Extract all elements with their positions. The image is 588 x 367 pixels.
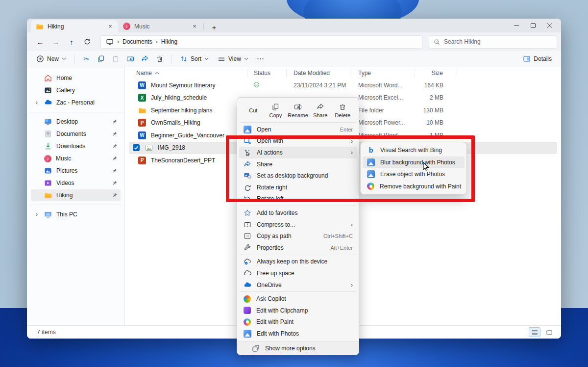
close-button[interactable] bbox=[541, 20, 558, 31]
gallery-icon bbox=[44, 86, 52, 94]
rename-button[interactable]: A bbox=[124, 52, 137, 65]
sidebar-item-videos[interactable]: Videos bbox=[31, 177, 121, 189]
sidebar-item-music[interactable]: ♪ Music bbox=[31, 153, 121, 164]
view-button[interactable]: View bbox=[214, 52, 252, 65]
onedrive-icon bbox=[44, 99, 52, 106]
view-button-label: View bbox=[228, 55, 241, 62]
cut-icon: ✂ bbox=[83, 55, 89, 63]
sidebar-item-label: Gallery bbox=[56, 87, 118, 94]
menu-item-edit-with-photos[interactable]: Edit with Photos bbox=[239, 328, 357, 340]
tab-music[interactable]: ♪ Music × bbox=[118, 20, 202, 32]
search-icon bbox=[434, 39, 440, 45]
sidebar-item-this-pc[interactable]: › This PC bbox=[31, 209, 121, 220]
sidebar-item-onedrive-personal[interactable]: › Zac - Personal bbox=[31, 97, 121, 108]
new-button-label: New bbox=[47, 55, 59, 62]
breadcrumb[interactable]: › Documents › Hiking bbox=[100, 35, 423, 49]
breadcrumb-item-hiking[interactable]: Hiking bbox=[161, 38, 177, 45]
documents-icon bbox=[44, 130, 52, 138]
window-controls bbox=[508, 20, 558, 31]
sidebar-item-label: Hiking bbox=[56, 192, 107, 199]
up-icon[interactable]: ↑ bbox=[65, 35, 78, 48]
column-header-size[interactable]: Size bbox=[415, 69, 457, 77]
breadcrumb-item-documents[interactable]: Documents bbox=[122, 38, 152, 45]
maximize-button[interactable] bbox=[525, 20, 541, 31]
quick-actions-row: ✂Cut Copy ARename Share Delete bbox=[239, 100, 357, 121]
delete-button[interactable]: Delete bbox=[332, 103, 353, 118]
image-file-icon bbox=[145, 144, 153, 152]
sidebar-item-label: Videos bbox=[56, 180, 107, 186]
cut-button[interactable]: ✂ bbox=[80, 52, 93, 65]
sidebar-item-documents[interactable]: Documents bbox=[31, 128, 121, 140]
list-view-button[interactable] bbox=[529, 327, 540, 337]
cut-button[interactable]: ✂Cut bbox=[243, 107, 264, 113]
desktop-icon bbox=[44, 118, 52, 126]
minimize-button[interactable] bbox=[508, 20, 525, 31]
copy-button[interactable] bbox=[95, 52, 107, 65]
column-header-type[interactable]: Type bbox=[351, 69, 415, 77]
sidebar-item-downloads[interactable]: Downloads bbox=[31, 140, 121, 152]
menu-item-ask-copilot[interactable]: Ask Copilot bbox=[239, 293, 357, 305]
expand-chevron-icon[interactable]: › bbox=[34, 211, 40, 218]
refresh-icon[interactable] bbox=[81, 35, 94, 48]
expand-chevron-icon[interactable]: › bbox=[34, 99, 40, 106]
paste-button[interactable] bbox=[109, 52, 122, 65]
menu-item-compress-to[interactable]: Compress to...› bbox=[239, 219, 357, 231]
rename-icon: A bbox=[126, 55, 134, 63]
file-name: Mount Seymour Itinerary bbox=[151, 82, 215, 89]
column-header-date-modified[interactable]: Date Modified bbox=[287, 69, 351, 77]
back-icon[interactable]: ← bbox=[34, 35, 47, 48]
pin-icon bbox=[112, 192, 118, 198]
menu-item-always-keep-on-device[interactable]: Always keep on this device bbox=[239, 256, 357, 268]
navigation-bar: ← → ↑ › Documents › Hiking Search Hiking bbox=[27, 32, 561, 51]
column-header-name[interactable]: Name bbox=[125, 69, 247, 77]
tab-close-icon[interactable]: × bbox=[191, 23, 198, 30]
toolbar-separator bbox=[171, 54, 172, 63]
sidebar-separator bbox=[29, 112, 122, 112]
see-more-button[interactable]: ··· bbox=[254, 52, 268, 65]
copy-icon bbox=[97, 55, 105, 63]
command-toolbar: New ✂ A Sort View ··· Details bbox=[27, 51, 561, 67]
new-button[interactable]: New bbox=[33, 52, 70, 65]
folder-icon bbox=[44, 191, 52, 199]
menu-item-edit-with-paint[interactable]: Edit with Paint bbox=[239, 316, 357, 328]
copy-button[interactable]: Copy bbox=[265, 103, 286, 118]
tab-close-icon[interactable]: × bbox=[106, 23, 114, 30]
table-row[interactable]: WMount Seymour Itinerary 23/11/2024 3:21… bbox=[125, 79, 561, 92]
file-name: September hiking plans bbox=[151, 107, 212, 114]
menu-item-onedrive[interactable]: OneDrive› bbox=[239, 279, 357, 291]
ellipsis-icon: ··· bbox=[257, 55, 265, 62]
file-type: Microsoft Word... bbox=[351, 82, 415, 89]
sidebar-item-hiking[interactable]: Hiking bbox=[31, 189, 121, 201]
menu-item-open[interactable]: OpenEnter bbox=[239, 124, 357, 135]
tab-hiking[interactable]: Hiking × bbox=[31, 20, 118, 32]
share-button[interactable] bbox=[139, 52, 151, 65]
menu-separator bbox=[240, 122, 356, 123]
checkbox-checked-icon[interactable] bbox=[132, 144, 140, 152]
file-date: 23/11/2024 3:21 PM bbox=[287, 82, 351, 89]
sort-button[interactable]: Sort bbox=[176, 52, 212, 65]
menu-item-free-up-space[interactable]: Free up space bbox=[239, 267, 357, 279]
cloud-icon bbox=[244, 269, 251, 277]
forward-icon[interactable]: → bbox=[49, 35, 62, 48]
sidebar-item-desktop[interactable]: Desktop bbox=[31, 116, 121, 128]
sidebar-item-pictures[interactable]: Pictures bbox=[31, 165, 121, 177]
menu-item-edit-with-clipchamp[interactable]: Edit with Clipchamp bbox=[239, 305, 357, 316]
menu-item-add-to-favorites[interactable]: Add to favorites bbox=[239, 207, 357, 219]
pin-icon bbox=[112, 131, 118, 137]
delete-button[interactable] bbox=[153, 52, 166, 65]
new-tab-button[interactable]: + bbox=[209, 22, 220, 32]
details-pane-button[interactable]: Details bbox=[519, 52, 555, 65]
chevron-down-icon bbox=[204, 57, 209, 60]
menu-item-properties[interactable]: PropertiesAlt+Enter bbox=[239, 242, 357, 254]
sort-ascending-icon bbox=[155, 72, 159, 75]
rename-button[interactable]: ARename bbox=[287, 103, 309, 118]
sidebar-item-home[interactable]: Home bbox=[31, 72, 121, 84]
menu-item-show-more-options[interactable]: Show more options bbox=[237, 341, 359, 355]
search-input[interactable]: Search Hiking bbox=[429, 35, 557, 49]
thumbnail-view-button[interactable] bbox=[543, 327, 555, 337]
column-header-status[interactable]: Status bbox=[247, 69, 287, 77]
sidebar-item-gallery[interactable]: Gallery bbox=[31, 84, 121, 96]
share-button[interactable]: Share bbox=[310, 103, 331, 118]
menu-item-copy-as-path[interactable]: Copy as pathCtrl+Shift+C bbox=[239, 230, 357, 242]
this-pc-icon bbox=[106, 38, 114, 46]
